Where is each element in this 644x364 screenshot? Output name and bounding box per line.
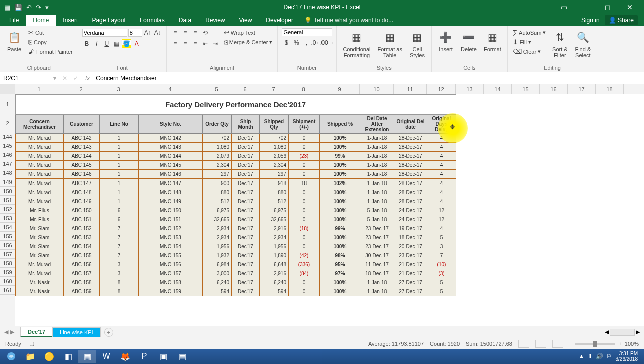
indent-decrease-button[interactable]: ⇤	[201, 39, 210, 48]
table-cell[interactable]: Dec'17	[232, 278, 260, 287]
table-cell[interactable]: 23-Dec-17	[360, 242, 394, 251]
table-cell[interactable]: 30-Dec-17	[360, 251, 394, 260]
table-cell[interactable]: 1-Jan-18	[360, 134, 394, 143]
table-cell[interactable]: 21-Dec-17	[394, 269, 427, 278]
column-header[interactable]: 14	[484, 84, 512, 94]
table-cell[interactable]: Dec'17	[232, 269, 260, 278]
view-page-break-button[interactable]	[552, 340, 563, 348]
table-cell[interactable]: MNO 153	[139, 233, 203, 242]
table-cell[interactable]: 1-Jan-18	[360, 161, 394, 170]
table-cell[interactable]: 97%	[320, 269, 360, 278]
taskbar-word[interactable]: W	[97, 350, 115, 363]
table-header[interactable]: Style No.	[139, 115, 203, 134]
column-header[interactable]: 12	[427, 84, 456, 94]
table-cell[interactable]: 1,956	[260, 242, 289, 251]
table-cell[interactable]: 1,890	[260, 251, 289, 260]
table-cell[interactable]: 1	[100, 188, 139, 197]
table-cell[interactable]: MNO 154	[139, 242, 203, 251]
table-cell[interactable]: 0	[289, 197, 320, 206]
zoom-out-icon[interactable]: −	[569, 341, 572, 347]
table-cell[interactable]: 1	[100, 197, 139, 206]
table-cell[interactable]: 297	[203, 170, 232, 179]
row-header[interactable]: 157	[0, 250, 15, 259]
cells-area[interactable]: Factory Delivery Performance Dec'2017Con…	[15, 94, 644, 326]
number-format-input[interactable]	[282, 28, 332, 36]
table-cell[interactable]: Mr. Siam	[16, 251, 64, 260]
table-cell[interactable]: MNO 144	[139, 152, 203, 161]
fx-icon[interactable]: fx	[81, 75, 94, 82]
sheet-prev-icon[interactable]: ◀	[4, 329, 8, 335]
table-cell[interactable]: 880	[203, 188, 232, 197]
table-cell[interactable]: MNO 145	[139, 161, 203, 170]
table-cell[interactable]: 5	[427, 287, 456, 296]
column-header[interactable]: 3	[99, 84, 138, 94]
table-cell[interactable]: 512	[203, 197, 232, 206]
table-cell[interactable]: 8	[100, 278, 139, 287]
view-normal-button[interactable]	[518, 340, 529, 348]
fill-button[interactable]: ⬇Fill ▾	[512, 38, 547, 46]
table-cell[interactable]: 28-Dec-17	[394, 188, 427, 197]
table-cell[interactable]: 4	[427, 224, 456, 233]
tab-page-layout[interactable]: Page Layout	[85, 15, 132, 26]
column-header[interactable]: 8	[288, 84, 319, 94]
table-cell[interactable]: MNO 149	[139, 197, 203, 206]
table-cell[interactable]: MNO 159	[139, 287, 203, 296]
table-cell[interactable]: 918	[260, 179, 289, 188]
column-header[interactable]: 11	[394, 84, 427, 94]
maximize-icon[interactable]: ◻	[598, 3, 618, 11]
column-header[interactable]: 5	[202, 84, 231, 94]
table-cell[interactable]: 100%	[320, 134, 360, 143]
column-header[interactable]: 2	[63, 84, 99, 94]
table-cell[interactable]: Dec'17	[232, 242, 260, 251]
table-cell[interactable]: (336)	[289, 260, 320, 269]
table-cell[interactable]: MNO 142	[139, 134, 203, 143]
table-cell[interactable]: 0	[289, 242, 320, 251]
table-cell[interactable]: 1-Jan-18	[360, 287, 394, 296]
table-cell[interactable]: 0	[289, 215, 320, 224]
table-cell[interactable]: 0	[289, 206, 320, 215]
conditional-formatting-button[interactable]: ▦Conditional Formatting	[341, 28, 372, 59]
column-header[interactable]: 18	[596, 84, 624, 94]
table-cell[interactable]: 21-Dec-17	[394, 260, 427, 269]
table-cell[interactable]: 702	[260, 134, 289, 143]
table-cell[interactable]: 2,079	[203, 152, 232, 161]
table-cell[interactable]: 1,932	[203, 251, 232, 260]
table-cell[interactable]: Mr. Siam	[16, 224, 64, 233]
table-cell[interactable]: 880	[260, 188, 289, 197]
table-cell[interactable]: ABC 143	[64, 143, 100, 152]
bold-button[interactable]: B	[82, 39, 91, 48]
table-cell[interactable]: 32,665	[203, 215, 232, 224]
table-cell[interactable]: Mr. Nasir	[16, 278, 64, 287]
row-header[interactable]: 146	[0, 150, 15, 159]
table-cell[interactable]: 100%	[320, 161, 360, 170]
currency-button[interactable]: $	[282, 38, 291, 47]
save-icon[interactable]: 💾	[14, 4, 22, 11]
select-all-corner[interactable]	[0, 84, 15, 94]
table-cell[interactable]: 1,956	[203, 242, 232, 251]
table-cell[interactable]: Dec'17	[232, 260, 260, 269]
table-cell[interactable]: 7	[100, 251, 139, 260]
align-right-button[interactable]: ≡	[191, 39, 200, 48]
table-cell[interactable]: 1	[100, 170, 139, 179]
table-cell[interactable]: 23-Dec-17	[394, 251, 427, 260]
table-cell[interactable]: 4	[427, 134, 456, 143]
table-cell[interactable]: 1-Jan-18	[360, 197, 394, 206]
horizontal-scroll[interactable]: ◀ ▶	[605, 329, 640, 336]
table-cell[interactable]: 0	[289, 170, 320, 179]
row-header[interactable]: 144	[0, 132, 15, 141]
table-cell[interactable]: MNO 150	[139, 206, 203, 215]
format-as-table-button[interactable]: ▦Format as Table	[375, 28, 404, 59]
wrap-text-button[interactable]: ↩Wrap Text	[223, 28, 274, 37]
table-cell[interactable]: MNO 151	[139, 215, 203, 224]
table-cell[interactable]: ABC 142	[64, 134, 100, 143]
row-header[interactable]: 145	[0, 141, 15, 150]
table-cell[interactable]: 1-Jan-18	[360, 278, 394, 287]
table-cell[interactable]: 18-Dec-17	[360, 269, 394, 278]
table-cell[interactable]: Mr. Murad	[16, 197, 64, 206]
table-cell[interactable]: ABC 153	[64, 233, 100, 242]
table-cell[interactable]: MNO 152	[139, 224, 203, 233]
row-header[interactable]: 160	[0, 277, 15, 286]
table-cell[interactable]: ABC 146	[64, 170, 100, 179]
row-header[interactable]: 149	[0, 177, 15, 187]
table-cell[interactable]: 1	[100, 152, 139, 161]
